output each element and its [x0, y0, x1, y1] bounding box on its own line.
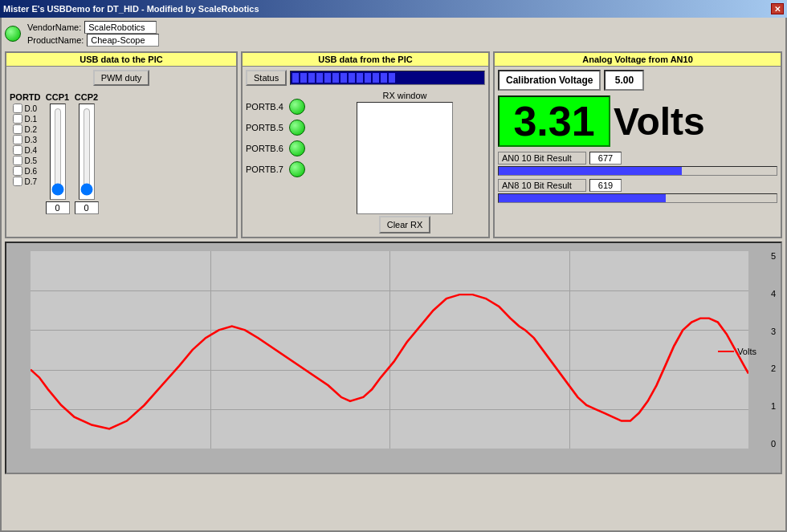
- portb-leds: PORTB.4 PORTB.5 PORTB.6 PORTB.7: [246, 91, 305, 234]
- chart-inner: [31, 251, 748, 449]
- panel-usb-to-pic-header: USB data to the PIC: [6, 53, 236, 67]
- portd-label: PORTD: [10, 92, 41, 102]
- an0-value: 677: [589, 152, 622, 164]
- calib-value: 5.00: [604, 70, 644, 91]
- portd-d6-checkbox[interactable]: [13, 166, 22, 176]
- chart-svg: [31, 251, 748, 449]
- portb6-row: PORTB.6: [246, 140, 305, 156]
- portd-d2: D.2: [13, 124, 37, 134]
- status-row: Status: [246, 70, 485, 86]
- portb6-label: PORTB.6: [246, 144, 286, 153]
- portb4-led: [289, 99, 305, 115]
- status-led: [5, 26, 21, 42]
- chart-legend: Volts: [718, 347, 756, 356]
- usb-from-pic-body: PORTB.4 PORTB.5 PORTB.6 PORTB.7: [246, 91, 485, 234]
- portb5-led: [289, 120, 305, 136]
- portd-section: PORTD D.0 D.1 D.2: [10, 92, 41, 186]
- close-button[interactable]: ✕: [771, 3, 784, 14]
- y-label-3: 3: [771, 327, 776, 336]
- an0-row: AN0 10 Bit Result 677: [498, 152, 777, 164]
- portd-d0: D.0: [13, 104, 37, 113]
- product-label: ProductName:: [27, 35, 84, 45]
- vendor-row: VendorName: ScaleRobotics: [27, 21, 159, 34]
- chart-area: 5 4 3 2 1 0 Volts: [5, 242, 782, 474]
- ccp2-slider-container: 0: [75, 104, 99, 214]
- portd-d3-checkbox[interactable]: [13, 135, 22, 144]
- panel-analog: Analog Voltage from AN10 Calibration Vol…: [493, 51, 782, 238]
- ccp1-section: CCP1 0: [46, 92, 70, 214]
- an8-row: AN8 10 Bit Result 619: [498, 179, 777, 192]
- an0-label: AN0 10 Bit Result: [498, 152, 586, 164]
- legend-label: Volts: [737, 347, 756, 356]
- panel-usb-from-pic-header: USB data from the PIC: [243, 53, 488, 67]
- rx-window-label: RX window: [357, 91, 453, 100]
- portd-d5: D.5: [13, 156, 37, 165]
- panel-usb-from-pic: USB data from the PIC Status: [241, 51, 490, 238]
- clear-rx-button[interactable]: Clear RX: [379, 216, 431, 234]
- portd-d5-checkbox[interactable]: [13, 156, 22, 165]
- y-axis-labels: 5 4 3 2 1 0: [771, 251, 776, 449]
- panels-row: USB data to the PIC PWM duty PORTD D.0: [5, 51, 782, 238]
- an8-bar: [498, 193, 777, 203]
- panel-analog-content: Calibration Voltage 5.00 3.31 Volts AN0 …: [495, 67, 781, 209]
- portd-d4: D.4: [13, 145, 37, 155]
- portb5-row: PORTB.5: [246, 120, 305, 136]
- portd-d6: D.6: [13, 166, 37, 176]
- panel-usb-to-pic-content: PWM duty PORTD D.0 D.1: [6, 67, 236, 217]
- rx-window-container: RX window Clear RX: [357, 91, 453, 234]
- portd-ccp-container: PORTD D.0 D.1 D.2: [10, 92, 233, 214]
- calib-row: Calibration Voltage 5.00: [498, 70, 777, 91]
- voltage-unit: Volts: [614, 99, 705, 144]
- portb6-led: [289, 140, 305, 156]
- ccp2-label: CCP2: [75, 92, 98, 102]
- portb5-label: PORTB.5: [246, 123, 286, 132]
- an8-value: 619: [589, 179, 622, 192]
- status-label: Status: [246, 70, 287, 86]
- panel-usb-to-pic: USB data to the PIC PWM duty PORTD D.0: [5, 51, 238, 238]
- rx-window[interactable]: [357, 102, 453, 214]
- portb4-label: PORTB.4: [246, 102, 286, 112]
- product-value: Cheap-Scope: [87, 34, 159, 47]
- y-label-2: 2: [771, 363, 776, 373]
- ccp1-slider[interactable]: [51, 108, 65, 196]
- panel-analog-header: Analog Voltage from AN10: [495, 53, 781, 67]
- calib-label: Calibration Voltage: [498, 70, 601, 91]
- vendor-label: VendorName:: [27, 22, 81, 32]
- y-label-4: 4: [771, 289, 776, 298]
- portd-d0-checkbox[interactable]: [13, 104, 22, 113]
- y-label-1: 1: [771, 401, 776, 411]
- ccp1-slider-container: 0: [46, 104, 70, 214]
- ccp2-slider-track: [79, 104, 95, 200]
- an8-label: AN8 10 Bit Result: [498, 179, 586, 192]
- portd-d2-checkbox[interactable]: [13, 124, 22, 134]
- an0-bar: [498, 166, 777, 176]
- y-label-0: 0: [771, 439, 776, 449]
- top-info: VendorName: ScaleRobotics ProductName: C…: [5, 21, 782, 47]
- ccp2-value: 0: [75, 201, 99, 214]
- portd-d1-checkbox[interactable]: [13, 114, 22, 124]
- ccp1-value: 0: [46, 201, 70, 214]
- title-bar: Mister E's USBDemo for DT_HID - Modified…: [0, 0, 787, 18]
- ccp1-slider-track: [50, 104, 66, 200]
- main-window: VendorName: ScaleRobotics ProductName: C…: [0, 18, 787, 532]
- window-title: Mister E's USBDemo for DT_HID - Modified…: [3, 4, 259, 14]
- portb4-row: PORTB.4: [246, 99, 305, 115]
- y-label-5: 5: [771, 251, 776, 261]
- ccp1-label: CCP1: [46, 92, 69, 102]
- voltage-display: 3.31 Volts: [498, 95, 777, 147]
- vendor-value: ScaleRobotics: [84, 21, 157, 34]
- ccp2-section: CCP2 0: [75, 92, 99, 214]
- ccp2-slider[interactable]: [80, 108, 94, 196]
- portd-d7: D.7: [13, 177, 37, 186]
- panel-usb-from-pic-content: Status: [243, 67, 488, 237]
- pwm-label: PWM duty: [93, 70, 150, 86]
- info-labels: VendorName: ScaleRobotics ProductName: C…: [27, 21, 159, 47]
- portb7-row: PORTB.7: [246, 161, 305, 177]
- portd-d7-checkbox[interactable]: [13, 177, 22, 186]
- portd-checkboxes: D.0 D.1 D.2 D.3: [13, 104, 37, 186]
- voltage-line: [31, 294, 748, 428]
- portb7-label: PORTB.7: [246, 164, 286, 174]
- portd-d4-checkbox[interactable]: [13, 145, 22, 155]
- portb7-led: [289, 161, 305, 177]
- product-row: ProductName: Cheap-Scope: [27, 34, 159, 47]
